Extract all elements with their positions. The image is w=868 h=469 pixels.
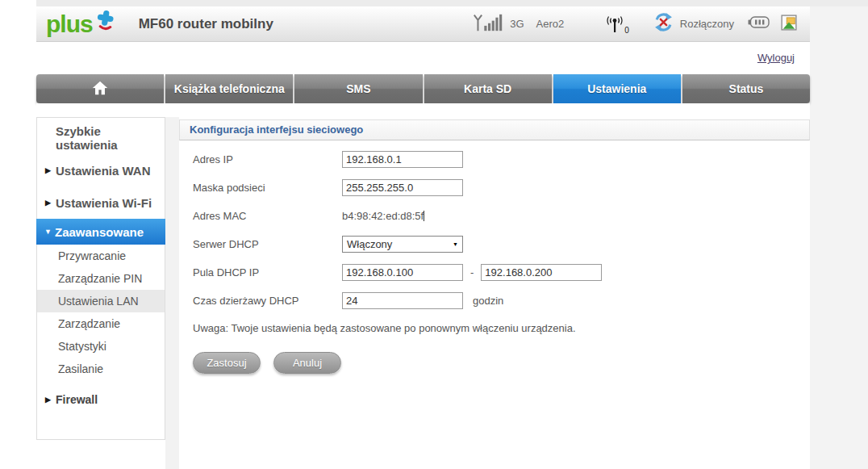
page-right-margin [810, 0, 868, 469]
dhcp-lease-unit: godzin [473, 295, 503, 307]
sync-disconnected-icon [653, 12, 674, 36]
lan-settings-form: Adres IP Maska podsieci Adres MAC b4:98:… [179, 140, 810, 374]
page-top-strip [36, 0, 868, 6]
chevron-down-icon: ▼ [44, 228, 55, 236]
dhcp-server-row: Serwer DHCP Włączony ▼ [193, 236, 810, 253]
dhcp-server-selected-value: Włączony [347, 238, 392, 250]
mac-address-value: b4:98:42:ed:d8:5f [342, 210, 424, 222]
mac-address-row: Adres MAC b4:98:42:ed:d8:5f [193, 207, 810, 224]
wifi-broadcast-icon: 0 [606, 15, 629, 33]
sidebar-item-label: Ustawienia WAN [56, 164, 151, 178]
plus-swirl-icon [94, 10, 116, 35]
sidebar-item-power[interactable]: Zasilanie [37, 358, 165, 380]
ip-address-row: Adres IP [193, 151, 810, 168]
tab-sms[interactable]: SMS [294, 74, 422, 103]
tab-status[interactable]: Status [682, 74, 810, 103]
sidebar-item-statistics[interactable]: Statystyki [37, 335, 165, 358]
dhcp-pool-end-input[interactable] [481, 264, 602, 281]
tab-settings[interactable]: Ustawienia [553, 74, 681, 103]
signal-strength-icon [474, 13, 503, 36]
text-caret [424, 211, 424, 221]
network-tech-label: 3G [510, 18, 524, 30]
dhcp-server-select[interactable]: Włączony ▼ [342, 236, 463, 253]
connection-status-label: Rozłączony [680, 18, 734, 30]
dhcp-lease-input[interactable] [342, 292, 463, 309]
page-title: MF60 router mobilny [139, 16, 273, 32]
ip-address-input[interactable] [342, 151, 463, 168]
tab-phonebook[interactable]: Książka telefoniczna [165, 74, 293, 103]
range-separator: - [470, 266, 474, 278]
lan-settings-panel: Konfiguracja interfejsu sieciowego Adres… [179, 119, 810, 374]
sidebar-divider [165, 117, 179, 469]
sidebar-item-lan-settings[interactable]: Ustawienia LAN [37, 290, 165, 312]
dhcp-lease-label: Czas dzierżawy DHCP [193, 295, 342, 307]
form-buttons: Zastosuj Anuluj [193, 352, 810, 374]
subnet-mask-row: Maska podsieci [193, 179, 810, 196]
dhcp-server-label: Serwer DHCP [193, 238, 342, 250]
dhcp-pool-label: Pula DHCP IP [193, 266, 342, 278]
dhcp-lease-row: Czas dzierżawy DHCP godzin [193, 292, 810, 309]
app-header: plus MF60 router mobilny 3G Aero [36, 6, 810, 42]
chevron-right-icon: ▶ [45, 396, 56, 404]
chevron-right-icon: ▶ [45, 199, 56, 207]
sidebar-item-label: Zaawansowane [55, 225, 144, 239]
tab-sd-card[interactable]: Karta SD [424, 74, 552, 103]
sidebar-item-quick-settings[interactable]: Szybkie ustawienia [37, 122, 165, 154]
content-area: Szybkie ustawienia ▶ Ustawienia WAN ▶ Us… [36, 103, 810, 469]
ip-address-label: Adres IP [193, 153, 342, 165]
wifi-client-count: 0 [624, 26, 629, 35]
sidebar-item-label: Szybkie ustawienia [56, 124, 165, 152]
settings-sidebar: Szybkie ustawienia ▶ Ustawienia WAN ▶ Us… [36, 117, 165, 440]
subnet-mask-input[interactable] [342, 179, 463, 196]
mac-address-label: Adres MAC [193, 210, 342, 222]
battery-icon [748, 16, 770, 31]
sidebar-item-wifi-settings[interactable]: ▶ Ustawienia Wi-Fi [37, 186, 165, 219]
plus-logo: plus [46, 12, 116, 36]
dhcp-pool-row: Pula DHCP IP - [193, 264, 810, 281]
sidebar-item-label: Firewall [56, 393, 98, 406]
apply-button[interactable]: Zastosuj [193, 352, 261, 374]
main-nav-tabs: Książka telefoniczna SMS Karta SD Ustawi… [36, 74, 810, 103]
settings-note: Uwaga: Twoje ustawienia będą zastosowane… [193, 322, 810, 334]
operator-label: Aero2 [536, 18, 565, 30]
dhcp-pool-start-input[interactable] [342, 264, 463, 281]
sidebar-item-pin-management[interactable]: Zarządzanie PIN [37, 267, 165, 290]
sidebar-item-firewall[interactable]: ▶ Firewall [37, 385, 165, 414]
sidebar-item-label: Ustawienia Wi-Fi [56, 196, 152, 210]
chevron-down-icon: ▼ [453, 241, 458, 247]
cancel-button[interactable]: Anuluj [273, 352, 341, 374]
sidebar-item-advanced[interactable]: ▼ Zaawansowane [36, 219, 165, 245]
panel-title: Konfiguracja interfejsu sieciowego [179, 119, 810, 140]
status-bar: 3G Aero2 0 Rozłączony [474, 12, 797, 36]
sidebar-item-management[interactable]: Zarządzanie [37, 312, 165, 335]
sidebar-item-wan-settings[interactable]: ▶ Ustawienia WAN [37, 154, 165, 186]
logout-row: Wyloguj [36, 50, 795, 65]
plus-logo-text: plus [46, 12, 93, 36]
sidebar-item-restore[interactable]: Przywracanie [37, 245, 165, 267]
chevron-right-icon: ▶ [45, 166, 56, 174]
home-icon [91, 79, 109, 99]
logout-link[interactable]: Wyloguj [757, 52, 795, 64]
tab-home[interactable] [36, 74, 164, 103]
subnet-mask-label: Maska podsieci [193, 182, 342, 194]
sms-notification-icon [781, 15, 797, 34]
